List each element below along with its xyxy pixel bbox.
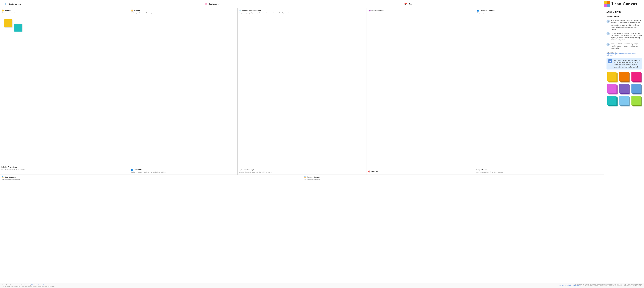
collab-icon: ▶ (608, 59, 612, 63)
cost-structure-desc: List your fixed and variable costs. (2, 179, 300, 181)
designed-by-icon: 🌸 (204, 3, 208, 6)
designed-by-label: Designed by: (209, 3, 220, 5)
swatch-teal-s3 (607, 96, 616, 105)
problem-desc: List your top 1 - 3 problems. (2, 12, 127, 14)
step-1: 1 Start by entering the information abou… (606, 20, 642, 31)
footer-cc-link[interactable]: http://creativecommons.org/licenses/by-.… (559, 285, 583, 286)
key-metrics-icon: 👥 (130, 169, 133, 171)
logo-q2 (607, 1, 610, 4)
date-label: Date: (408, 3, 413, 5)
uvp-cell: 💎 Unique Value Proposition Single, clear… (238, 8, 367, 175)
step-3-text: Come back to the canvas everytime you ne… (611, 43, 642, 49)
learn-link[interactable]: https://conceptboard.com/blog/lean-canva… (606, 53, 637, 56)
how-it-works-title: How it works (606, 16, 642, 18)
uvp-desc: Single, clear, compelling message that s… (239, 12, 365, 14)
early-adopters-title: Early Adopters (476, 169, 603, 171)
header: ❄️ Designed for: 🌸 Designed by: 📅 Date: … (0, 0, 644, 8)
swatch-yellow-s3 (607, 72, 616, 81)
swatch-orange (618, 71, 630, 82)
learn-more-label: Learn more at https://conceptboard.com/b… (606, 51, 642, 56)
swatch-blue-s3 (632, 84, 640, 93)
footer-left-2: "Lean Canvas" is adapted from "The Busin… (2, 285, 55, 287)
problem-cell: 🟡 Problem List your top 1 - 3 problems. … (0, 8, 129, 175)
canvas-row-1: 🟡 Problem List your top 1 - 3 problems. … (0, 8, 604, 175)
revenue-streams-cell: 🏅 Revenue Streams List your sources of r… (302, 175, 604, 283)
sticky-swatches (606, 71, 642, 106)
uvp-title: 💎 Unique Value Proposition (239, 10, 365, 12)
channels-section: 🎯 Channels (368, 170, 473, 173)
collab-box: ▶ Get the full Conceptboard experience b… (606, 58, 642, 70)
unfair-icon: 💜 (368, 10, 371, 12)
canvas-row-3: 🏅 Cost Structure List your fixed and var… (0, 175, 604, 283)
swatch-yellow (606, 71, 618, 82)
customer-icon: 👥 (477, 10, 479, 12)
collab-text: Get the full Conceptboard experience by … (614, 59, 640, 68)
existing-alternatives-title: Existing Alternatives (2, 166, 25, 168)
sticky-teal (14, 24, 22, 32)
logo-q3 (604, 4, 607, 7)
swatch-lime-s3 (632, 96, 640, 105)
brand-section: Lean Canvas (602, 1, 642, 7)
swatch-orange-s3 (619, 72, 628, 81)
swatch-purple (606, 83, 618, 95)
high-level-concept-section: High-Level Concept List your X for Y ana… (239, 169, 365, 173)
swatch-lightblue (618, 95, 630, 106)
customer-title: 👥 Customer Segments (477, 10, 602, 12)
footer: "Lean Canvas" is a derivative of "Lean C… (0, 283, 644, 288)
swatch-violet-s3 (619, 84, 628, 93)
panel-title: Lean Canvas (606, 10, 642, 13)
solution-desc: Outline a possible solution for each pro… (131, 12, 236, 14)
unfair-cell: 💜 Unfair Advantage 🎯 Channels (367, 8, 475, 175)
swatch-pink (630, 71, 642, 82)
uvp-icon: 💎 (239, 10, 242, 12)
step-3-num: 3 (606, 43, 610, 46)
step-2-num: 2 (606, 32, 610, 35)
revenue-streams-title: 🏅 Revenue Streams (304, 176, 602, 178)
solution-icon: 🏆 (131, 10, 133, 12)
designed-for-icon: ❄️ (4, 3, 8, 6)
step-2-text: Use the sticky stash to fill each sectio… (611, 32, 642, 41)
footer-right: This work is licensed under the Creative… (556, 283, 642, 288)
footer-leanstack-link[interactable]: https://leanstack.com/leancanvas (31, 284, 50, 285)
cost-structure-title: 🏅 Cost Structure (2, 176, 300, 178)
designed-for-label: Designed for: (9, 3, 21, 5)
date-icon: 📅 (404, 3, 407, 6)
swatch-teal (606, 95, 618, 106)
swatch-blue (630, 83, 642, 95)
step-3: 3 Come back to the canvas everytime you … (606, 43, 642, 49)
key-metrics-desc: List the key numbers that tell you how y… (130, 171, 236, 173)
early-adopters-desc: List the characteristics of your ideal c… (476, 171, 603, 173)
footer-left-1: "Lean Canvas" is a derivative of "Lean C… (2, 284, 55, 285)
cost-icon: 🏅 (2, 176, 4, 178)
designed-for-section: ❄️ Designed for: (2, 3, 202, 6)
step-1-num: 1 (606, 20, 610, 23)
swatch-pink-s3 (632, 72, 640, 81)
problem-title: 🟡 Problem (2, 10, 127, 12)
footer-left: "Lean Canvas" is a derivative of "Lean C… (2, 284, 55, 287)
key-metrics-section: 👥 Key Metrics List the key numbers that … (130, 169, 236, 173)
high-level-concept-desc: List your X for Y analogy e.g. YouTube =… (239, 171, 365, 173)
channels-title: 🎯 Channels (368, 170, 473, 173)
brand-logo (604, 1, 610, 7)
channels-icon: 🎯 (368, 170, 370, 173)
brand-title: Lean Canvas (612, 1, 637, 7)
problem-icon: 🟡 (2, 10, 4, 12)
logo-q1 (604, 1, 607, 4)
key-metrics-title: 👥 Key Metrics (130, 169, 236, 171)
revenue-streams-desc: List your sources of revenue. (304, 179, 602, 181)
logo-q4 (607, 4, 610, 7)
swatch-violet (618, 83, 630, 95)
early-adopters-section: Early Adopters List the characteristics … (476, 169, 603, 173)
step-2: 2 Use the sticky stash to fill each sect… (606, 32, 642, 41)
customer-desc: List your target customer and users. (477, 12, 602, 14)
canvas-grid: 🟡 Problem List your top 1 - 3 problems. … (0, 8, 604, 283)
cost-structure-cell: 🏅 Cost Structure List your fixed and var… (0, 175, 302, 283)
swatch-lightblue-s3 (619, 96, 628, 105)
date-section: 📅 Date: (402, 3, 602, 6)
swatch-purple-s3 (607, 84, 616, 93)
existing-alternatives-section: Existing Alternatives List how these pro… (2, 166, 25, 170)
swatch-lime (630, 95, 642, 106)
high-level-concept-title: High-Level Concept (239, 169, 365, 171)
existing-alternatives-desc: List how these problems are solved today… (2, 168, 25, 170)
sticky-yellow (4, 20, 12, 27)
